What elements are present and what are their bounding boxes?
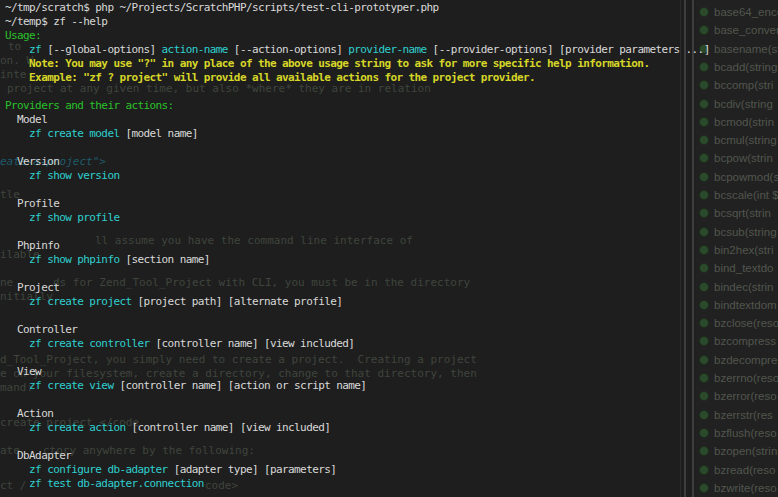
terminal-text-segment: [controller name] [view included] <box>125 421 330 434</box>
terminal-text-segment: Controller <box>5 323 77 336</box>
terminal-text-segment: Profile <box>5 197 59 210</box>
terminal-line: zf show version <box>5 169 778 183</box>
terminal-text-segment: zf show profile <box>5 211 119 224</box>
terminal-text-segment: Version <box>5 155 59 168</box>
terminal-line: Profile <box>5 197 778 211</box>
terminal-line: Project <box>5 281 778 295</box>
terminal-text-segment: Action <box>5 407 53 420</box>
terminal-text-segment: Project <box>5 281 59 294</box>
terminal-text-segment: [--provider-options] [provider parameter… <box>427 43 710 56</box>
terminal-output[interactable]: ~/tmp/scratch$ php ~/Projects/ScratchPHP… <box>0 1 778 497</box>
terminal-text-segment: Model <box>5 113 47 126</box>
terminal-text-segment: [section name] <box>119 253 209 266</box>
terminal-line: zf configure db-adapter [adapter type] [… <box>5 463 778 477</box>
terminal-text-segment: [--global-options] <box>41 43 161 56</box>
terminal-line <box>5 393 778 407</box>
terminal-line: Controller <box>5 323 778 337</box>
terminal-line: Action <box>5 407 778 421</box>
terminal-line: Note: You may use "?" in any place of th… <box>5 57 778 71</box>
terminal-line <box>5 351 778 365</box>
terminal-text-segment <box>5 43 29 56</box>
terminal-text-segment: provider-name <box>348 43 426 56</box>
terminal-line: DbAdapter <box>5 449 778 463</box>
terminal-text-segment: Usage: <box>5 29 41 42</box>
terminal-line: zf create controller [controller name] [… <box>5 337 778 351</box>
terminal-line: Version <box>5 155 778 169</box>
terminal-line <box>5 309 778 323</box>
terminal-text-segment: View <box>5 365 41 378</box>
terminal-line: zf create action [controller name] [view… <box>5 421 778 435</box>
terminal-text-segment: zf create action <box>5 421 125 434</box>
terminal-text-segment: action-name <box>162 43 228 56</box>
terminal-line: zf test db-adapter.connection <box>5 477 778 491</box>
terminal-text-segment: zf show version <box>5 169 119 182</box>
terminal-line: View <box>5 365 778 379</box>
screen: toon. Winteproject at any given time, bu… <box>0 0 778 497</box>
terminal-text-segment: zf configure db-adapter <box>5 463 168 476</box>
terminal-text-segment: zf create controller <box>5 337 150 350</box>
terminal-text-segment: zf create project <box>5 295 131 308</box>
terminal-text-segment: zf <box>29 43 41 56</box>
terminal-text-segment: Note: You may use "?" in any place of th… <box>5 57 649 70</box>
terminal-text-segment: ~/temp$ zf --help <box>5 15 107 28</box>
terminal-line: ~/temp$ zf --help <box>5 15 778 29</box>
terminal-text-segment: Example: "zf ? project" will provide all… <box>5 71 535 84</box>
terminal-line <box>5 85 778 99</box>
terminal-line: Providers and their actions: <box>5 99 778 113</box>
terminal-line: zf create model [model name] <box>5 127 778 141</box>
terminal-text-segment: [--action-options] <box>228 43 348 56</box>
terminal-text-segment: zf create model <box>5 127 119 140</box>
terminal-line: Usage: <box>5 29 778 43</box>
terminal-text-segment: Phpinfo <box>5 239 59 252</box>
terminal-text-segment: [controller name] [view included] <box>150 337 355 350</box>
terminal-text-segment: zf show phpinfo <box>5 253 119 266</box>
terminal-text-segment: [adapter type] [parameters] <box>168 463 337 476</box>
terminal-line <box>5 267 778 281</box>
terminal-line <box>5 141 778 155</box>
terminal-line: zf show phpinfo [section name] <box>5 253 778 267</box>
terminal-line: zf create project [project path] [altern… <box>5 295 778 309</box>
terminal-text-segment: [controller name] [action or script name… <box>113 379 366 392</box>
terminal-text-segment: ~/tmp/scratch$ php ~/Projects/ScratchPHP… <box>5 1 439 14</box>
terminal-text-segment: [project path] [alternate profile] <box>131 295 342 308</box>
terminal-line <box>5 225 778 239</box>
terminal-line: Phpinfo <box>5 239 778 253</box>
terminal-line: zf create view [controller name] [action… <box>5 379 778 393</box>
terminal-line: Example: "zf ? project" will provide all… <box>5 71 778 85</box>
terminal-text-segment: DbAdapter <box>5 449 71 462</box>
terminal-line: Model <box>5 113 778 127</box>
terminal-line: zf [--global-options] action-name [--act… <box>5 43 778 57</box>
terminal-line <box>5 435 778 449</box>
terminal-text-segment: zf create view <box>5 379 113 392</box>
terminal-line: ~/tmp/scratch$ php ~/Projects/ScratchPHP… <box>5 1 778 15</box>
terminal-line <box>5 183 778 197</box>
terminal-text-segment: zf test db-adapter.connection <box>5 477 204 490</box>
terminal-text-segment: [model name] <box>119 127 197 140</box>
terminal-line: zf show profile <box>5 211 778 225</box>
terminal-text-segment: Providers and their actions: <box>5 99 174 112</box>
